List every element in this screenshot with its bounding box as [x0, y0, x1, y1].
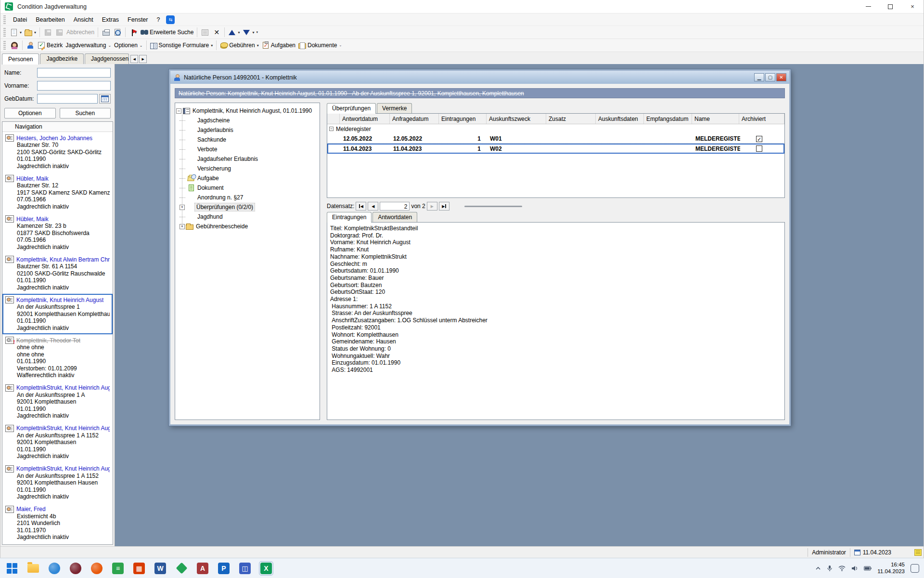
tree-item[interactable]: Jagdscheine [176, 116, 319, 125]
close-button[interactable]: × [901, 0, 924, 13]
optionen-menu-button[interactable]: Optionen⌄ [113, 40, 144, 51]
minimize-button[interactable]: ▁ [754, 73, 764, 81]
person-list-item[interactable]: Komplettnik, Knut Alwin Bertram Christ B… [2, 253, 113, 294]
dropdown-arrow-icon[interactable]: ▾ [257, 43, 259, 48]
access-icon[interactable]: A [195, 561, 210, 576]
remote-support-icon[interactable]: ⇆ [166, 15, 175, 24]
notes-app-icon[interactable]: ≡ [111, 561, 125, 576]
previous-record-button[interactable]: ◀ [368, 202, 378, 210]
vorname-input[interactable] [37, 81, 111, 91]
menu-fenster[interactable]: Fenster [123, 15, 152, 25]
close-button[interactable]: ✕ [776, 73, 786, 81]
media-app-icon[interactable] [68, 561, 83, 576]
jagdverwaltung-menu-button[interactable]: Jagdverwaltung⌄ [64, 40, 113, 51]
dropdown-arrow-icon[interactable]: ▾ [211, 43, 213, 48]
person-list-item[interactable]: KomplettnikStrukt, Knut Heinrich Augu An… [2, 382, 113, 422]
column-header-auskunftszweck[interactable]: Auskunftszweck [487, 114, 546, 124]
column-header-archiviert[interactable]: Archiviert [739, 114, 784, 124]
column-header-anfragedatum[interactable]: Anfragedatum [390, 114, 439, 124]
menu-?[interactable]: ? [152, 15, 164, 25]
maximize-button[interactable]: ▢ [765, 73, 775, 81]
notification-center-icon[interactable] [911, 564, 919, 573]
tree-item[interactable]: + Gebührenbescheide [176, 222, 319, 231]
suchen-button[interactable]: Suchen [60, 108, 111, 118]
tab-personen[interactable]: Personen [2, 53, 39, 65]
person-list-item[interactable]: KomplettnikStrukt, Knut Heinrich Augu An… [2, 422, 113, 463]
column-header-auskunftsdaten[interactable]: Auskunftsdaten [596, 114, 644, 124]
condition-app-icon[interactable]: X [259, 561, 273, 576]
column-header-empfangsdatum[interactable]: Empfangsdatum [644, 114, 692, 124]
last-record-button[interactable]: ▶ [439, 202, 449, 210]
expand-icon[interactable]: + [180, 205, 185, 210]
person-button[interactable] [25, 40, 36, 51]
tray-expand-icon[interactable] [815, 565, 821, 571]
record-number-field[interactable]: 2 [380, 202, 410, 210]
eintragungen-content[interactable]: Titel: KomplettnikStruktBestandteil Dokt… [327, 222, 785, 420]
taskbar-clock[interactable]: 16:45 11.04.2023 [877, 562, 905, 575]
tree-root[interactable]: − Komplettnik, Knut Heinrich August, 01.… [176, 106, 319, 116]
firefox-icon[interactable] [90, 561, 104, 576]
column-header-zusatz[interactable]: Zusatz [546, 114, 596, 124]
word-icon[interactable]: W [153, 561, 167, 576]
table-row[interactable]: 11.04.202311.04.20231W02MELDEREGISTER [327, 144, 784, 154]
tab-scroll-left-button[interactable]: ◀ [130, 55, 138, 63]
dokumente-button[interactable]: Dokumente [297, 40, 338, 51]
person-list-item[interactable]: Maier, Fred Existiernicht 4b2101 Wunderl… [2, 503, 113, 544]
tab-vermerke[interactable]: Vermerke [377, 103, 412, 113]
file-explorer-icon[interactable] [26, 561, 40, 576]
advanced-search-button[interactable]: Erweiterte Suche [139, 27, 195, 38]
table-row[interactable]: 12.05.202212.05.20221W01MELDEREGISTER✓ [327, 133, 784, 144]
tree-item[interactable]: Jagdhund [176, 212, 319, 222]
person-list-item[interactable]: Müller, Thorsten Neißeweg 2302100 SAKD G… [2, 544, 113, 545]
battery-icon[interactable] [864, 566, 872, 571]
bezirk-button[interactable]: Bezirk [36, 40, 64, 51]
person-female-button[interactable] [9, 40, 20, 51]
name-input[interactable] [37, 68, 111, 78]
minimize-button[interactable] [857, 0, 879, 13]
toolbar-grip[interactable] [3, 28, 6, 37]
tab-jagdgenossen[interactable]: Jagdgenossen [85, 53, 129, 64]
menu-datei[interactable]: Datei [9, 15, 31, 25]
calendar-button[interactable] [99, 94, 111, 104]
person-list-item[interactable]: Hübler, Maik Bautzner Str. 121917 SAKD K… [2, 172, 113, 213]
column-header-name[interactable]: Name [692, 114, 739, 124]
collapse-icon[interactable]: − [329, 127, 334, 131]
move-up-button[interactable]: ▾ [227, 27, 241, 38]
microphone-icon[interactable] [827, 565, 833, 572]
flag-button[interactable]: ▾ [128, 27, 139, 38]
tree-item[interactable]: Jagdaufseher Erlaubnis [176, 154, 319, 164]
person-list-item[interactable]: KomplettnikStrukt, Knut Heinrich Augu An… [2, 463, 113, 503]
abort-button[interactable]: Abbrechen [65, 27, 96, 38]
delete-button[interactable]: ✕ [211, 27, 222, 38]
tree-item[interactable]: Verbote [176, 144, 319, 154]
pdf-reader-icon[interactable]: P [217, 561, 231, 576]
viewer-app-icon[interactable]: ◫ [238, 561, 252, 576]
aufgaben-button[interactable]: Aufgaben [260, 40, 297, 51]
expand-icon[interactable]: + [180, 224, 185, 229]
archiviert-checkbox[interactable]: ✓ [756, 136, 762, 142]
menu-ansicht[interactable]: Ansicht [69, 15, 98, 25]
start-button[interactable] [5, 561, 19, 576]
tab-antwortdaten[interactable]: Antwortdaten [372, 212, 417, 222]
tree-item[interactable]: Aufgabe [176, 173, 319, 183]
tab-scroll-right-button[interactable]: ▶ [139, 55, 147, 63]
maximize-button[interactable] [879, 0, 901, 13]
menu-extras[interactable]: Extras [98, 15, 123, 25]
person-list-item[interactable]: Komplettnik, Knut Heinrich August An der… [2, 294, 113, 334]
save-button[interactable] [42, 27, 53, 38]
open-button[interactable]: ▾ [23, 27, 38, 38]
move-down-button[interactable]: ▾ [241, 27, 256, 38]
note-icon[interactable] [914, 549, 922, 556]
record-slider[interactable] [464, 206, 522, 207]
gebuehren-button[interactable]: Gebühren▾ [218, 40, 260, 51]
person-list-item[interactable]: Hübler, Maik Kamenzer Str. 23 b01877 SAK… [2, 213, 113, 253]
office-app-icon[interactable]: ▦ [132, 561, 146, 576]
new-button[interactable]: ▾ [9, 27, 23, 38]
wifi-icon[interactable] [838, 565, 846, 571]
dropdown-arrow-icon[interactable]: ▾ [252, 30, 254, 35]
toolbar-grip[interactable] [3, 15, 6, 24]
toolbar-grip[interactable] [3, 41, 6, 50]
properties-button[interactable] [199, 27, 211, 38]
table-group-row[interactable]: − Melderegister [327, 124, 784, 133]
toolbar-overflow-icon[interactable]: ▾ [257, 30, 258, 34]
